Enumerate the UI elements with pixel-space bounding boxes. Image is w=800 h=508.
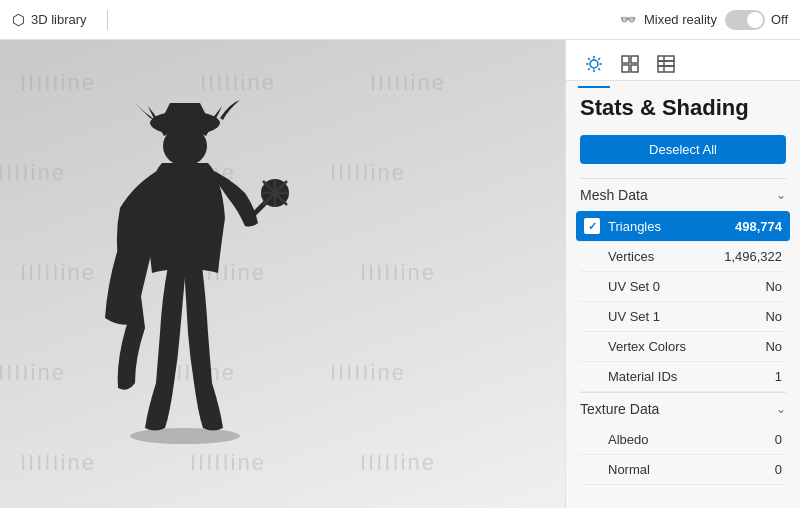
svg-rect-21 <box>658 66 674 72</box>
uv-set-1-label: UV Set 1 <box>608 309 660 324</box>
material-ids-label: Material IDs <box>608 369 677 384</box>
tab-grid[interactable] <box>614 48 646 80</box>
normal-value: 0 <box>775 462 782 477</box>
vertices-value: 1,496,322 <box>724 249 782 264</box>
mixed-reality-label[interactable]: Mixed reality <box>644 12 717 27</box>
watermark: IIIIIine <box>330 160 406 186</box>
deselect-all-button[interactable]: Deselect All <box>580 135 786 164</box>
watermark: IIIIIine <box>370 70 446 96</box>
svg-point-2 <box>163 126 207 166</box>
watermark: IIIIIine <box>20 450 96 476</box>
svg-rect-17 <box>622 65 629 72</box>
library-section: ⬡ 3D library <box>12 11 87 29</box>
topbar-divider <box>107 10 108 30</box>
figure-silhouette <box>80 98 300 448</box>
watermark: IIIIIine <box>190 450 266 476</box>
svg-line-13 <box>598 58 600 60</box>
triangles-checkbox[interactable]: ✓ <box>584 218 600 234</box>
svg-marker-1 <box>160 103 210 123</box>
vertices-row: Vertices 1,496,322 <box>580 242 786 272</box>
panel-body: Stats & Shading Deselect All Mesh Data ⌄… <box>566 81 800 508</box>
triangles-row-left: ✓ Triangles <box>584 218 661 234</box>
right-panel: Stats & Shading Deselect All Mesh Data ⌄… <box>565 40 800 508</box>
normal-label: Normal <box>608 462 650 477</box>
toggle-thumb <box>747 12 763 28</box>
vertex-colors-label: Vertex Colors <box>608 339 686 354</box>
albedo-row: Albedo 0 <box>580 425 786 455</box>
mixed-reality-toggle[interactable] <box>725 10 765 30</box>
mesh-data-section-header[interactable]: Mesh Data ⌄ <box>580 178 786 211</box>
library-label[interactable]: 3D library <box>31 12 87 27</box>
toggle-label: Off <box>771 12 788 27</box>
uv-set-0-row: UV Set 0 No <box>580 272 786 302</box>
uv-set-0-label: UV Set 0 <box>608 279 660 294</box>
texture-data-label: Texture Data <box>580 401 659 417</box>
watermark: IIIIIine <box>20 70 96 96</box>
viewport: IIIIIine IIIIIine IIIIIine IIIIIine IIII… <box>0 40 565 508</box>
library-icon: ⬡ <box>12 11 25 29</box>
svg-rect-15 <box>622 56 629 63</box>
watermark: IIIIIine <box>0 160 66 186</box>
svg-rect-16 <box>631 56 638 63</box>
tab-shading[interactable] <box>578 48 610 80</box>
topbar: ⬡ 3D library 👓 Mixed reality Off <box>0 0 800 40</box>
albedo-value: 0 <box>775 432 782 447</box>
main-content: IIIIIine IIIIIine IIIIIine IIIIIine IIII… <box>0 40 800 508</box>
svg-line-14 <box>588 68 590 70</box>
watermark: IIIIIine <box>360 450 436 476</box>
triangles-label: Triangles <box>608 219 661 234</box>
svg-point-5 <box>130 428 240 444</box>
watermark: IIIIIine <box>0 360 66 386</box>
svg-line-11 <box>588 58 590 60</box>
tab-table[interactable] <box>650 48 682 80</box>
toggle-container[interactable]: Off <box>725 10 788 30</box>
table-icon <box>657 55 675 73</box>
material-ids-value: 1 <box>775 369 782 384</box>
triangles-value: 498,774 <box>735 219 782 234</box>
vertex-colors-value: No <box>765 339 782 354</box>
sun-icon <box>585 55 603 73</box>
triangles-row[interactable]: ✓ Triangles 498,774 <box>576 211 790 242</box>
uv-set-1-row: UV Set 1 No <box>580 302 786 332</box>
texture-data-section-header[interactable]: Texture Data ⌄ <box>580 392 786 425</box>
watermark: IIIIIine <box>200 70 276 96</box>
uv-set-1-value: No <box>765 309 782 324</box>
albedo-label: Albedo <box>608 432 648 447</box>
texture-data-chevron: ⌄ <box>776 402 786 416</box>
vertex-colors-row: Vertex Colors No <box>580 332 786 362</box>
mixed-reality-section: 👓 Mixed reality Off <box>620 10 788 30</box>
grid-icon <box>621 55 639 73</box>
mesh-data-label: Mesh Data <box>580 187 648 203</box>
svg-rect-18 <box>631 65 638 72</box>
watermark: IIIIIine <box>360 260 436 286</box>
watermark: IIIIIine <box>330 360 406 386</box>
vertices-label: Vertices <box>608 249 654 264</box>
svg-point-6 <box>590 60 598 68</box>
svg-line-12 <box>598 68 600 70</box>
panel-title: Stats & Shading <box>580 95 786 121</box>
uv-set-0-value: No <box>765 279 782 294</box>
mixed-reality-icon: 👓 <box>620 12 636 27</box>
mesh-data-chevron: ⌄ <box>776 188 786 202</box>
panel-tabs <box>566 40 800 81</box>
normal-row: Normal 0 <box>580 455 786 485</box>
material-ids-row: Material IDs 1 <box>580 362 786 392</box>
